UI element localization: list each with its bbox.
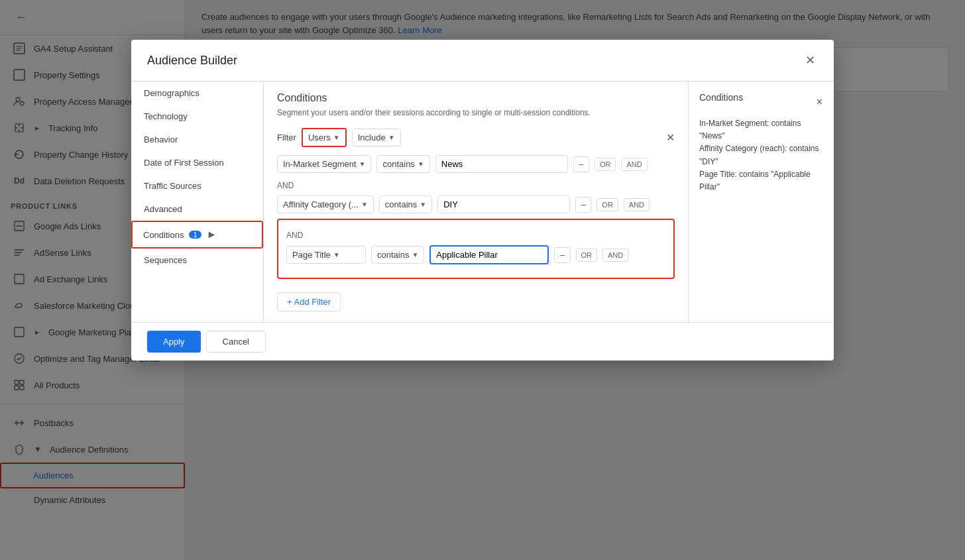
- conditions-arrow-icon: ►: [207, 229, 217, 241]
- conditions-desc: Segment your users and/or their sessions…: [277, 108, 675, 117]
- summary-text: In-Market Segment: contains "News" Affin…: [699, 117, 823, 194]
- filter-close-icon[interactable]: ✕: [666, 131, 675, 144]
- modal-nav-sequences[interactable]: Sequences: [131, 249, 263, 272]
- minus-button-3[interactable]: −: [554, 247, 570, 263]
- operator-label-1: contains: [382, 159, 414, 169]
- modal-title: Audience Builder: [147, 54, 237, 68]
- summary-close-icon[interactable]: ✕: [816, 97, 823, 107]
- modal-nav-demographics[interactable]: Demographics: [131, 82, 263, 105]
- and-label-2: AND: [286, 228, 665, 243]
- operator-chevron-3: ▼: [412, 251, 418, 258]
- dimension-chevron-1: ▼: [359, 160, 366, 168]
- minus-button-1[interactable]: −: [573, 156, 589, 172]
- modal-nav-advanced[interactable]: Advanced: [131, 197, 263, 221]
- modal-nav-traffic-sources[interactable]: Traffic Sources: [131, 174, 263, 197]
- condition-row-1: In-Market Segment ▼ contains ▼ − OR AND: [277, 155, 675, 173]
- and-button-2[interactable]: AND: [624, 198, 650, 211]
- value-input-2[interactable]: [437, 196, 570, 213]
- condition-row-3: Page Title ▼ contains ▼ − OR AND: [286, 245, 665, 264]
- dimension-chevron-3: ▼: [333, 251, 340, 258]
- modal-main-panel: Conditions Segment your users and/or the…: [264, 82, 688, 322]
- modal-body: Demographics Technology Behavior Date of…: [131, 82, 834, 322]
- dimension-label-2: Affinity Category (...: [283, 199, 359, 209]
- operator-select-2[interactable]: contains ▼: [379, 196, 432, 213]
- or-button-1[interactable]: OR: [595, 158, 616, 171]
- dimension-select-2[interactable]: Affinity Category (... ▼: [277, 196, 374, 213]
- dimension-label-1: In-Market Segment: [283, 159, 357, 169]
- operator-chevron-1: ▼: [418, 160, 424, 168]
- operator-label-3: contains: [377, 250, 409, 260]
- operator-chevron-2: ▼: [420, 201, 426, 208]
- users-select-label: Users: [308, 133, 331, 142]
- modal-right-summary: Conditions ✕ In-Market Segment: contains…: [688, 82, 834, 322]
- filter-label: Filter: [277, 133, 296, 142]
- operator-label-2: contains: [385, 199, 417, 209]
- dimension-select-1[interactable]: In-Market Segment ▼: [277, 155, 371, 173]
- modal-close-button[interactable]: ✕: [803, 50, 818, 70]
- apply-button[interactable]: Apply: [147, 331, 201, 353]
- modal-cancel-button[interactable]: Cancel: [206, 331, 266, 353]
- modal-left-nav: Demographics Technology Behavior Date of…: [131, 82, 264, 322]
- condition-row-2: Affinity Category (... ▼ contains ▼ − OR…: [277, 196, 675, 213]
- conditions-badge: 1: [189, 231, 201, 239]
- add-filter-button[interactable]: + Add Filter: [277, 292, 341, 311]
- minus-button-2[interactable]: −: [575, 197, 591, 213]
- and-button-3[interactable]: AND: [602, 249, 628, 262]
- modal-nav-technology[interactable]: Technology: [131, 105, 263, 128]
- include-chevron-icon: ▼: [388, 134, 395, 141]
- value-input-1[interactable]: [435, 155, 568, 173]
- dimension-chevron-2: ▼: [361, 201, 368, 208]
- filter-row: Filter Users ▼ Include ▼ ✕: [277, 128, 675, 147]
- or-button-2[interactable]: OR: [596, 198, 618, 211]
- and-label-1: AND: [277, 178, 675, 193]
- users-select[interactable]: Users ▼: [302, 128, 347, 147]
- modal-nav-behavior[interactable]: Behavior: [131, 128, 263, 151]
- dimension-label-3: Page Title: [292, 250, 331, 260]
- include-label: Include: [358, 133, 386, 142]
- modal-overlay[interactable]: Audience Builder ✕ Demographics Technolo…: [0, 0, 965, 560]
- and-button-1[interactable]: AND: [621, 158, 647, 171]
- summary-title: Conditions: [699, 92, 743, 103]
- modal-nav-conditions[interactable]: Conditions 1 ►: [131, 221, 263, 249]
- operator-select-3[interactable]: contains ▼: [371, 246, 424, 264]
- modal-nav-date-first-session[interactable]: Date of First Session: [131, 151, 263, 174]
- conditions-title: Conditions: [277, 92, 675, 104]
- users-chevron-icon: ▼: [333, 134, 340, 141]
- and-section-highlighted: AND Page Title ▼ contains ▼ − OR: [277, 219, 675, 279]
- or-button-3[interactable]: OR: [576, 249, 598, 262]
- modal-header: Audience Builder ✕: [131, 40, 834, 82]
- value-input-3[interactable]: [429, 245, 549, 264]
- dimension-select-3[interactable]: Page Title ▼: [286, 246, 366, 264]
- audience-builder-modal: Audience Builder ✕ Demographics Technolo…: [131, 40, 834, 361]
- modal-footer: Apply Cancel: [131, 322, 834, 361]
- include-select[interactable]: Include ▼: [352, 129, 401, 146]
- operator-select-1[interactable]: contains ▼: [376, 155, 429, 173]
